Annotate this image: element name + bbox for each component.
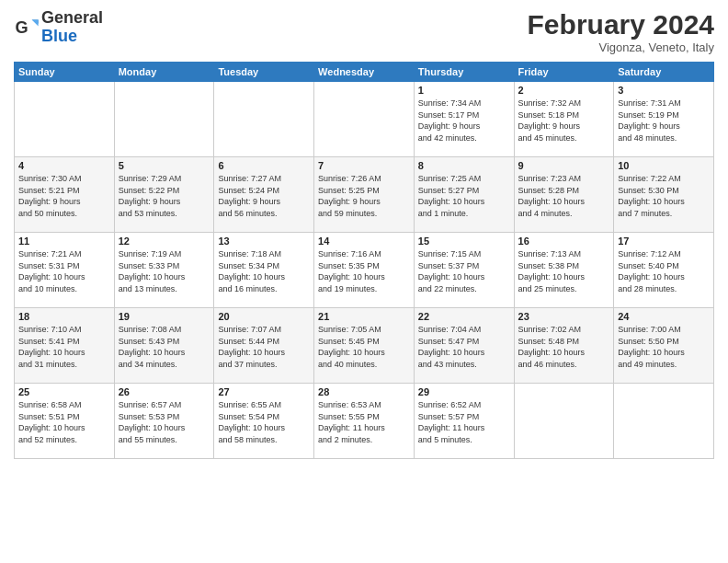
day-number: 19: [119, 311, 210, 322]
day-cell: 27Sunrise: 6:55 AM Sunset: 5:54 PM Dayli…: [214, 384, 314, 459]
day-cell: 4Sunrise: 7:30 AM Sunset: 5:21 PM Daylig…: [15, 157, 115, 233]
day-info: Sunrise: 7:07 AM Sunset: 5:44 PM Dayligh…: [218, 324, 310, 370]
month-title: February 2024: [528, 9, 714, 40]
day-number: 1: [418, 85, 510, 96]
day-cell: 15Sunrise: 7:15 AM Sunset: 5:37 PM Dayli…: [414, 233, 514, 308]
day-info: Sunrise: 7:05 AM Sunset: 5:45 PM Dayligh…: [318, 324, 410, 370]
day-cell: 10Sunrise: 7:22 AM Sunset: 5:30 PM Dayli…: [614, 157, 714, 233]
day-number: 21: [318, 311, 410, 322]
day-header-sunday: Sunday: [15, 63, 115, 82]
week-row-1: 4Sunrise: 7:30 AM Sunset: 5:21 PM Daylig…: [15, 157, 714, 233]
day-number: 25: [18, 386, 110, 397]
day-number: 5: [119, 160, 210, 171]
calendar-table: SundayMondayTuesdayWednesdayThursdayFrid…: [14, 62, 714, 459]
day-number: 14: [318, 236, 410, 247]
day-info: Sunrise: 7:00 AM Sunset: 5:50 PM Dayligh…: [618, 324, 710, 370]
day-number: 15: [418, 236, 510, 247]
day-info: Sunrise: 7:02 AM Sunset: 5:48 PM Dayligh…: [518, 324, 610, 370]
day-info: Sunrise: 7:08 AM Sunset: 5:43 PM Dayligh…: [119, 324, 210, 370]
day-info: Sunrise: 7:29 AM Sunset: 5:22 PM Dayligh…: [119, 173, 210, 219]
svg-text:G: G: [15, 17, 28, 36]
day-info: Sunrise: 6:58 AM Sunset: 5:51 PM Dayligh…: [18, 399, 110, 445]
day-cell: 6Sunrise: 7:27 AM Sunset: 5:24 PM Daylig…: [214, 157, 314, 233]
day-cell: 11Sunrise: 7:21 AM Sunset: 5:31 PM Dayli…: [15, 233, 115, 308]
day-header-wednesday: Wednesday: [314, 63, 415, 82]
day-info: Sunrise: 7:27 AM Sunset: 5:24 PM Dayligh…: [218, 173, 310, 219]
logo: G General Blue: [14, 9, 103, 46]
day-cell: 23Sunrise: 7:02 AM Sunset: 5:48 PM Dayli…: [514, 308, 614, 384]
day-number: 11: [18, 236, 110, 247]
day-header-friday: Friday: [514, 63, 614, 82]
day-info: Sunrise: 7:21 AM Sunset: 5:31 PM Dayligh…: [18, 248, 110, 294]
day-number: 28: [318, 386, 410, 397]
day-cell: [314, 82, 415, 157]
day-info: Sunrise: 7:19 AM Sunset: 5:33 PM Dayligh…: [119, 248, 210, 294]
logo-icon: G: [14, 15, 40, 40]
day-cell: [15, 82, 115, 157]
day-cell: 5Sunrise: 7:29 AM Sunset: 5:22 PM Daylig…: [114, 157, 214, 233]
day-info: Sunrise: 7:15 AM Sunset: 5:37 PM Dayligh…: [418, 248, 510, 294]
header-row: SundayMondayTuesdayWednesdayThursdayFrid…: [15, 63, 714, 82]
day-cell: 7Sunrise: 7:26 AM Sunset: 5:25 PM Daylig…: [314, 157, 415, 233]
day-cell: 12Sunrise: 7:19 AM Sunset: 5:33 PM Dayli…: [114, 233, 214, 308]
day-number: 8: [418, 160, 510, 171]
header: G General Blue February 2024 Vigonza, Ve…: [14, 9, 714, 54]
day-info: Sunrise: 7:30 AM Sunset: 5:21 PM Dayligh…: [18, 173, 110, 219]
day-cell: 22Sunrise: 7:04 AM Sunset: 5:47 PM Dayli…: [414, 308, 514, 384]
location-subtitle: Vigonza, Veneto, Italy: [528, 40, 714, 54]
day-header-thursday: Thursday: [414, 63, 514, 82]
day-number: 6: [218, 160, 310, 171]
day-number: 10: [618, 160, 710, 171]
day-header-saturday: Saturday: [614, 63, 714, 82]
day-cell: 19Sunrise: 7:08 AM Sunset: 5:43 PM Dayli…: [114, 308, 214, 384]
day-info: Sunrise: 6:55 AM Sunset: 5:54 PM Dayligh…: [218, 399, 310, 445]
day-cell: 29Sunrise: 6:52 AM Sunset: 5:57 PM Dayli…: [414, 384, 514, 459]
logo-text: General Blue: [41, 9, 103, 46]
day-info: Sunrise: 6:57 AM Sunset: 5:53 PM Dayligh…: [119, 399, 210, 445]
day-info: Sunrise: 7:16 AM Sunset: 5:35 PM Dayligh…: [318, 248, 410, 294]
day-cell: 18Sunrise: 7:10 AM Sunset: 5:41 PM Dayli…: [15, 308, 115, 384]
day-number: 12: [119, 236, 210, 247]
day-cell: 14Sunrise: 7:16 AM Sunset: 5:35 PM Dayli…: [314, 233, 415, 308]
day-info: Sunrise: 7:26 AM Sunset: 5:25 PM Dayligh…: [318, 173, 410, 219]
week-row-3: 18Sunrise: 7:10 AM Sunset: 5:41 PM Dayli…: [15, 308, 714, 384]
day-cell: 20Sunrise: 7:07 AM Sunset: 5:44 PM Dayli…: [214, 308, 314, 384]
day-info: Sunrise: 7:12 AM Sunset: 5:40 PM Dayligh…: [618, 248, 710, 294]
day-number: 27: [218, 386, 310, 397]
day-cell: 2Sunrise: 7:32 AM Sunset: 5:18 PM Daylig…: [514, 82, 614, 157]
day-number: 23: [518, 311, 610, 322]
day-info: Sunrise: 7:10 AM Sunset: 5:41 PM Dayligh…: [18, 324, 110, 370]
day-cell: 26Sunrise: 6:57 AM Sunset: 5:53 PM Dayli…: [114, 384, 214, 459]
day-cell: [214, 82, 314, 157]
day-info: Sunrise: 7:31 AM Sunset: 5:19 PM Dayligh…: [618, 98, 710, 144]
day-info: Sunrise: 7:18 AM Sunset: 5:34 PM Dayligh…: [218, 248, 310, 294]
day-number: 18: [18, 311, 110, 322]
day-number: 17: [618, 236, 710, 247]
day-cell: [114, 82, 214, 157]
day-number: 20: [218, 311, 310, 322]
day-info: Sunrise: 7:34 AM Sunset: 5:17 PM Dayligh…: [418, 98, 510, 144]
day-cell: 16Sunrise: 7:13 AM Sunset: 5:38 PM Dayli…: [514, 233, 614, 308]
day-number: 22: [418, 311, 510, 322]
day-cell: 8Sunrise: 7:25 AM Sunset: 5:27 PM Daylig…: [414, 157, 514, 233]
day-number: 29: [418, 386, 510, 397]
day-cell: 9Sunrise: 7:23 AM Sunset: 5:28 PM Daylig…: [514, 157, 614, 233]
day-cell: [514, 384, 614, 459]
day-info: Sunrise: 7:13 AM Sunset: 5:38 PM Dayligh…: [518, 248, 610, 294]
day-number: 16: [518, 236, 610, 247]
day-number: 4: [18, 160, 110, 171]
day-cell: 24Sunrise: 7:00 AM Sunset: 5:50 PM Dayli…: [614, 308, 714, 384]
day-number: 24: [618, 311, 710, 322]
day-info: Sunrise: 7:04 AM Sunset: 5:47 PM Dayligh…: [418, 324, 510, 370]
day-number: 9: [518, 160, 610, 171]
day-info: Sunrise: 6:53 AM Sunset: 5:55 PM Dayligh…: [318, 399, 410, 445]
day-info: Sunrise: 7:22 AM Sunset: 5:30 PM Dayligh…: [618, 173, 710, 219]
title-block: February 2024 Vigonza, Veneto, Italy: [528, 9, 714, 54]
week-row-2: 11Sunrise: 7:21 AM Sunset: 5:31 PM Dayli…: [15, 233, 714, 308]
day-info: Sunrise: 7:23 AM Sunset: 5:28 PM Dayligh…: [518, 173, 610, 219]
day-number: 13: [218, 236, 310, 247]
svg-marker-2: [32, 19, 39, 26]
day-cell: 21Sunrise: 7:05 AM Sunset: 5:45 PM Dayli…: [314, 308, 415, 384]
day-number: 2: [518, 85, 610, 96]
day-header-monday: Monday: [114, 63, 214, 82]
